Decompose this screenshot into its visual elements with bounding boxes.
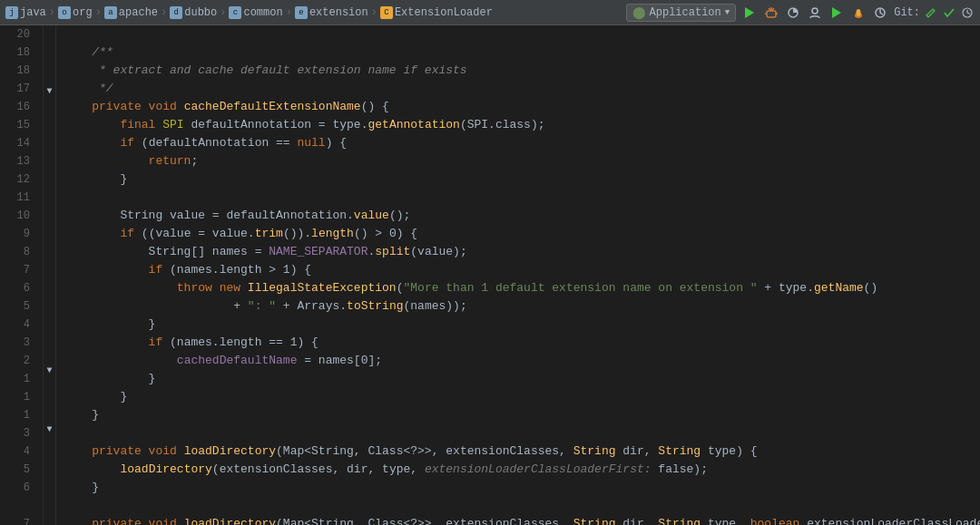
code-line-11: if ((value = value.trim()).length() > 0)… [64,225,980,243]
line-number-8: 12 [0,170,35,189]
code-line-24: loadDirectory(extensionClasses, dir, typ… [64,461,980,479]
folder-icon-org: o [58,6,71,19]
code-area[interactable]: /** * extract and cache default extensio… [56,25,980,525]
fold-indicator-10 [44,172,55,187]
code-line-10: String value = defaultAnnotation.value()… [64,207,980,225]
debug-icon [765,6,778,19]
app-dropdown[interactable]: ⬤ Application ▼ [626,4,737,22]
svg-point-8 [812,8,818,14]
breadcrumb-label-org: org [73,6,93,19]
code-line-15: + ": " + Arrays.toString(names)); [64,297,980,316]
breadcrumb-item-extensionloader[interactable]: C ExtensionLoader [380,6,493,19]
line-number-3: 17 [0,80,35,98]
breadcrumb-sep-5: › [286,6,292,19]
toolbar-right: ⬤ Application ▼ [626,4,975,22]
fold-indicator-6 [44,113,55,128]
breadcrumb: j java › o org › a apache › d dubbo › [5,6,493,19]
run-icon [743,6,756,19]
line-number-14: 6 [0,279,35,297]
fold-indicator-23[interactable]: ▼ [44,364,55,378]
fold-indicator-16 [44,260,55,275]
check-icon [944,7,955,18]
code-line-8: } [64,170,980,189]
fold-indicator-32 [44,496,55,510]
git-edit-button[interactable] [924,5,938,20]
fold-indicator-14 [44,231,55,246]
breadcrumb-sep-2: › [95,6,102,19]
fold-indicator-4[interactable]: ▼ [44,84,55,99]
run-button[interactable] [741,5,758,21]
line-number-26 [0,497,35,515]
fold-indicator-1 [44,40,55,54]
fold-indicator-30 [44,466,55,481]
app-dropdown-label: Application [650,6,721,19]
code-line-18: cachedDefaultName = names[0]; [64,352,980,370]
line-number-4: 16 [0,98,35,116]
code-line-5: final SPI defaultAnnotation = type.getAn… [64,116,980,134]
clock-icon [962,7,973,18]
fold-indicator-11 [44,187,55,201]
line-number-25: 6 [0,479,35,497]
profile-button[interactable] [807,5,823,21]
line-number-5: 15 [0,116,35,134]
folder-icon-apache: a [104,6,117,19]
app-dropdown-icon: ⬤ [632,5,646,20]
file-icon-extensionloader: C [380,6,393,19]
line-number-24: 5 [0,461,35,479]
fold-indicator-12 [44,201,55,216]
fold-indicator-3 [44,70,55,84]
code-line-7: return; [64,152,980,170]
breadcrumb-sep-6: › [371,6,377,19]
line-number-10: 10 [0,207,35,225]
code-line-20: } [64,388,980,406]
coverage-icon [787,6,799,19]
git-check-button[interactable] [942,5,956,20]
breadcrumb-item-org[interactable]: o org [58,6,93,19]
svg-marker-0 [745,7,754,18]
fold-indicator-31 [44,481,55,495]
run2-button[interactable] [828,5,845,21]
line-number-23: 4 [0,442,35,461]
code-line-19: } [64,370,980,388]
coverage-button[interactable] [785,5,801,21]
history-button[interactable] [872,5,888,21]
fold-indicator-8 [44,143,55,158]
more-run-button[interactable] [850,5,867,21]
code-line-16: } [64,316,980,334]
fold-indicator-18 [44,290,55,305]
fold-indicator-19 [44,305,55,319]
main-window: j java › o org › a apache › d dubbo › [0,0,980,525]
breadcrumb-item-extension[interactable]: e extension [295,6,368,19]
code-line-27: private void loadDirectory(Map<String, C… [64,515,980,525]
line-number-16: 4 [0,316,35,334]
folder-icon-java: j [5,6,18,19]
breadcrumb-item-java[interactable]: j java [5,6,46,19]
fold-indicator-25 [44,393,55,407]
code-line-17: if (names.length == 1) { [64,334,980,352]
debug-button[interactable] [763,5,779,21]
fold-indicator-15 [44,246,55,260]
breadcrumb-sep-3: › [161,6,167,19]
svg-rect-1 [767,11,776,17]
code-line-21: } [64,406,980,424]
breadcrumb-label-extensionloader: ExtensionLoader [395,6,493,19]
breadcrumb-item-apache[interactable]: a apache [104,6,158,19]
toolbar: j java › o org › a apache › d dubbo › [0,0,980,25]
code-line-4: private void cacheDefaultExtensionName()… [64,98,980,116]
code-line-22 [64,424,980,442]
code-line-13: if (names.length > 1) { [64,261,980,279]
fold-indicator-24 [44,378,55,393]
fold-indicator-28 [44,437,55,452]
breadcrumb-label-dubbo: dubbo [184,6,217,19]
breadcrumb-item-common[interactable]: c common [229,6,282,19]
code-line-9 [64,189,980,207]
dropdown-arrow-icon: ▼ [725,8,730,17]
fold-indicator-0 [44,25,55,40]
fold-indicator-27[interactable]: ▼ [44,422,55,436]
git-clock-button[interactable] [960,5,975,20]
code-line-0 [64,25,980,44]
code-line-1: /** [64,44,980,62]
breadcrumb-label-common: common [243,6,282,19]
line-number-13: 7 [0,261,35,279]
breadcrumb-item-dubbo[interactable]: d dubbo [170,6,217,19]
